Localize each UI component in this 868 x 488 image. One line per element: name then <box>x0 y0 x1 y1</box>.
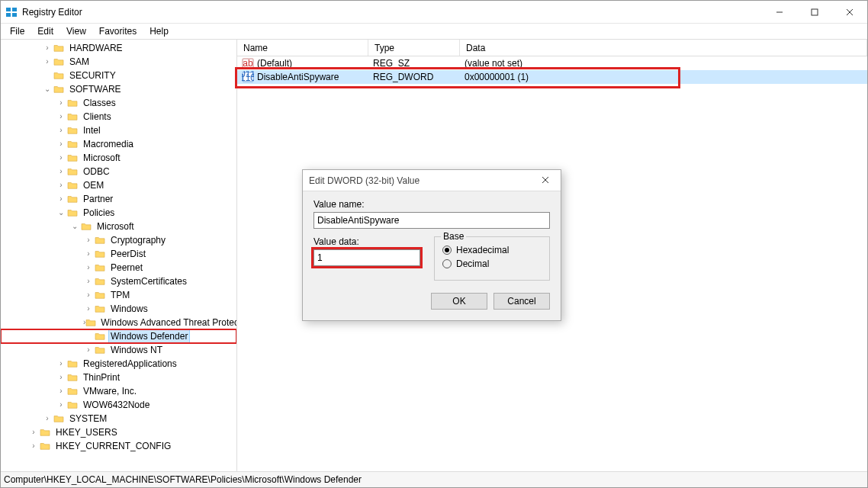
expand-icon[interactable]: › <box>28 439 39 453</box>
expand-icon[interactable]: › <box>83 302 94 316</box>
col-name[interactable]: Name <box>237 40 368 56</box>
expand-icon[interactable]: › <box>56 124 66 137</box>
cancel-button[interactable]: Cancel <box>493 293 550 310</box>
tree-node[interactable]: ›HARDWARE <box>1 41 236 55</box>
tree-node[interactable]: ›TPM <box>1 288 236 302</box>
titlebar: Registry Editor <box>1 1 867 24</box>
expand-icon[interactable]: › <box>83 288 94 302</box>
maximize-button[interactable] <box>797 1 832 23</box>
tree-node-label: PeerDist <box>109 247 147 261</box>
expand-icon[interactable]: › <box>56 192 66 206</box>
folder-icon <box>66 358 79 369</box>
expand-icon[interactable]: › <box>83 343 94 357</box>
folder-icon <box>66 166 79 177</box>
value-row[interactable]: DisableAntiSpywareREG_DWORD0x00000001 (1… <box>237 70 867 84</box>
menu-help[interactable]: Help <box>143 24 175 38</box>
tree-node[interactable]: SECURITY <box>1 69 236 82</box>
tree-node[interactable]: ›Windows Advanced Threat Protection <box>1 316 236 329</box>
expand-icon[interactable]: › <box>56 96 66 110</box>
folder-icon <box>66 98 79 108</box>
tree-node-label: VMware, Inc. <box>82 384 138 398</box>
value-name: DisableAntiSpyware <box>257 72 339 82</box>
tree-node[interactable]: ⌄Policies <box>1 206 236 220</box>
tree-node[interactable]: ›HKEY_CURRENT_CONFIG <box>1 439 236 453</box>
tree-node[interactable]: ›WOW6432Node <box>1 398 236 412</box>
registry-editor-window: Registry Editor File Edit View Favorites… <box>0 0 868 488</box>
tree-node-label: SystemCertificates <box>109 274 188 288</box>
tree-node[interactable]: ›HKEY_USERS <box>1 425 236 439</box>
expand-icon[interactable]: › <box>83 261 94 274</box>
expand-icon[interactable]: › <box>56 384 66 398</box>
tree-node-label: HARDWARE <box>68 41 124 55</box>
tree-node[interactable]: ›Microsoft <box>1 151 236 165</box>
tree-node[interactable]: ⌄Microsoft <box>1 220 236 233</box>
radio-dec[interactable]: Decimal <box>442 258 542 269</box>
tree-node[interactable]: ›Clients <box>1 110 236 124</box>
tree-node[interactable]: ›Windows NT <box>1 343 236 357</box>
tree-scroll[interactable]: ›HARDWARE›SAMSECURITY⌄SOFTWARE›Classes›C… <box>1 40 236 471</box>
expand-icon[interactable]: › <box>28 425 39 439</box>
tree-node[interactable]: ›PeerDist <box>1 247 236 261</box>
folder-icon <box>53 70 65 81</box>
tree-node[interactable]: ›ThinPrint <box>1 371 236 384</box>
tree-node-label: Windows <box>109 302 149 316</box>
tree-node[interactable]: ⌄SOFTWARE <box>1 82 236 96</box>
ok-button[interactable]: OK <box>431 293 487 310</box>
value-data-input[interactable] <box>313 249 420 266</box>
expand-icon[interactable]: › <box>42 55 53 69</box>
tree-node[interactable]: ›SystemCertificates <box>1 274 236 288</box>
tree-node[interactable]: ›VMware, Inc. <box>1 384 236 398</box>
tree-node-label: HKEY_USERS <box>54 425 119 439</box>
collapse-icon[interactable]: ⌄ <box>56 206 66 220</box>
col-data[interactable]: Data <box>460 40 867 56</box>
folder-icon <box>94 303 106 314</box>
window-controls <box>762 1 867 23</box>
tree-node[interactable]: ›Intel <box>1 124 236 137</box>
collapse-icon[interactable]: ⌄ <box>69 220 80 233</box>
menu-view[interactable]: View <box>60 24 92 38</box>
tree-node[interactable]: ›Cryptography <box>1 233 236 247</box>
expand-icon[interactable]: › <box>83 274 94 288</box>
value-name-input[interactable] <box>313 212 550 229</box>
tree-node[interactable]: ›RegisteredApplications <box>1 357 236 371</box>
tree-node[interactable]: ›ODBC <box>1 165 236 178</box>
minimize-button[interactable] <box>762 1 797 23</box>
tree-pane: ›HARDWARE›SAMSECURITY⌄SOFTWARE›Classes›C… <box>1 40 237 471</box>
expand-icon[interactable]: › <box>56 398 66 412</box>
menu-file[interactable]: File <box>4 24 31 38</box>
tree-node[interactable]: ›Classes <box>1 96 236 110</box>
tree-node[interactable]: ›OEM <box>1 178 236 192</box>
radio-hex[interactable]: Hexadecimal <box>442 245 542 255</box>
expand-icon[interactable]: › <box>56 178 66 192</box>
collapse-icon[interactable]: ⌄ <box>42 82 53 96</box>
close-button[interactable] <box>832 1 867 23</box>
value-row[interactable]: (Default)REG_SZ(value not set) <box>237 56 867 70</box>
tree-node[interactable]: ›SAM <box>1 55 236 69</box>
tree-node[interactable]: ›SYSTEM <box>1 412 236 425</box>
expand-icon[interactable]: › <box>56 357 66 371</box>
tree-node[interactable]: ›Windows <box>1 302 236 316</box>
dialog-body: Value name: Value data: Base Hexadecimal <box>303 191 561 320</box>
menu-edit[interactable]: Edit <box>31 24 59 38</box>
folder-icon <box>66 139 79 149</box>
col-type[interactable]: Type <box>368 40 460 56</box>
expand-icon[interactable]: › <box>56 151 66 165</box>
expand-icon[interactable]: › <box>42 41 53 55</box>
expand-icon[interactable]: › <box>56 165 66 178</box>
expand-icon[interactable]: › <box>83 233 94 247</box>
tree-node-label: SOFTWARE <box>68 82 123 96</box>
expand-icon[interactable]: › <box>83 247 94 261</box>
expand-icon[interactable]: › <box>56 110 66 124</box>
dialog-titlebar[interactable]: Edit DWORD (32-bit) Value <box>303 170 561 191</box>
tree-node[interactable]: Windows Defender <box>1 329 236 343</box>
expand-icon[interactable]: › <box>56 137 66 151</box>
menu-favorites[interactable]: Favorites <box>93 24 143 38</box>
tree-node[interactable]: ›Macromedia <box>1 137 236 151</box>
folder-icon <box>39 427 51 438</box>
tree-node[interactable]: ›Partner <box>1 192 236 206</box>
tree-node[interactable]: ›Peernet <box>1 261 236 274</box>
expand-icon[interactable]: › <box>56 371 66 384</box>
dialog-close-button[interactable] <box>536 175 555 186</box>
expand-icon[interactable]: › <box>42 412 53 425</box>
folder-icon <box>66 207 79 218</box>
